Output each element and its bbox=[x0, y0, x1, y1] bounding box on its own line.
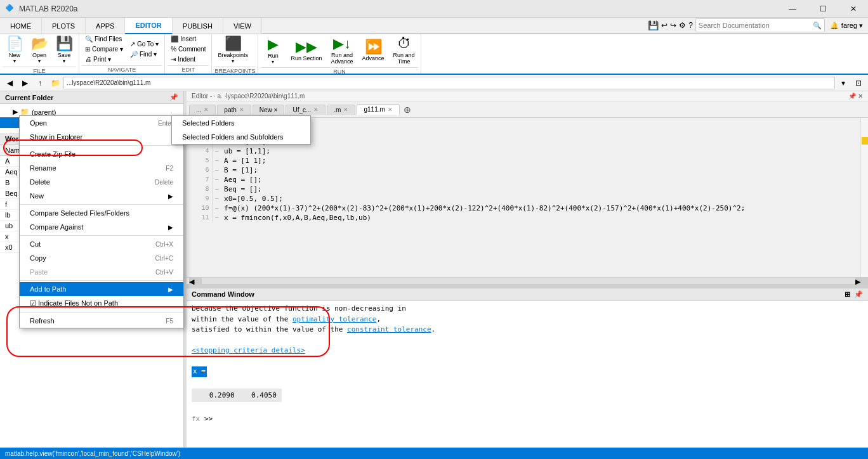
editor-scrollbar[interactable] bbox=[860, 118, 868, 277]
editor-tab-g111[interactable]: g111.m ✕ bbox=[357, 104, 399, 115]
save-button[interactable]: 💾 Save ▾ bbox=[52, 34, 76, 65]
ctx-cut[interactable]: Cut Ctrl+X bbox=[20, 237, 183, 251]
ctx-open[interactable]: Open Enter bbox=[20, 116, 183, 130]
comment-button[interactable]: % Comment bbox=[168, 44, 209, 54]
ctx-compare-against[interactable]: Compare Against ▶ bbox=[20, 220, 183, 234]
breakpoints-button[interactable]: ⬛ Breakpoints ▾ bbox=[214, 34, 251, 65]
line-dash: − bbox=[212, 204, 221, 213]
nav-icon[interactable]: 📁 bbox=[48, 77, 62, 89]
cmd-expand-icon[interactable]: ⊞ bbox=[845, 290, 850, 299]
search-input[interactable] bbox=[699, 22, 813, 29]
ctx-add-to-path[interactable]: Add to Path ▶ bbox=[20, 282, 183, 296]
find-files-button[interactable]: 🔍 Find Files bbox=[82, 34, 126, 44]
app-icon: 🔷 bbox=[5, 4, 15, 14]
line-code[interactable]: Beq = []; bbox=[221, 184, 867, 194]
line-code[interactable]: B = [1]; bbox=[221, 165, 867, 175]
line-code[interactable]: x0=[0.5, 0.5]; bbox=[221, 194, 867, 204]
run-advance-button[interactable]: ▶↓ Run and Advance bbox=[328, 34, 357, 66]
folder-pin-icon[interactable]: 📌 bbox=[169, 93, 178, 101]
goto-button[interactable]: ↗ Go To ▾ bbox=[127, 39, 162, 49]
hscroll-left[interactable]: ◀ bbox=[189, 278, 202, 284]
compare-button[interactable]: ⊞ Compare ▾ bbox=[82, 44, 126, 54]
tab-view[interactable]: VIEW bbox=[223, 18, 262, 34]
line-code[interactable]: clear; bbox=[221, 118, 867, 127]
stopping-criteria-link[interactable]: <stopping criteria details> bbox=[192, 346, 305, 354]
line-code[interactable]: lb = [0,0]; bbox=[221, 137, 867, 146]
ctx-refresh[interactable]: Refresh F5 bbox=[20, 314, 183, 328]
tab-publish[interactable]: PUBLISH bbox=[173, 18, 223, 34]
close-button[interactable]: ✕ bbox=[839, 0, 868, 18]
constraint-tolerance-link[interactable]: constraint tolerance bbox=[347, 325, 431, 333]
ctx-delete[interactable]: Delete Delete bbox=[20, 175, 183, 189]
advance-button[interactable]: ⏩ Advance bbox=[359, 37, 388, 63]
bell-icon[interactable]: 🔔 bbox=[830, 22, 839, 30]
line-code[interactable]: Aeq = []; bbox=[221, 175, 867, 184]
optimality-tolerance-link[interactable]: optimality tolerance bbox=[293, 315, 376, 323]
ctx-rename[interactable]: Rename F2 bbox=[20, 161, 183, 175]
editor-tab-ufc[interactable]: Uf_c... ✕ bbox=[286, 105, 326, 115]
command-content[interactable]: because the objective function is non-de… bbox=[187, 301, 868, 448]
maximize-button[interactable]: ☐ bbox=[808, 0, 838, 18]
ctx-indicate-files[interactable]: ☑ Indicate Files Not on Path bbox=[20, 296, 183, 311]
run-time-button[interactable]: ⏱ Run and Time bbox=[390, 34, 418, 66]
user-label[interactable]: fareg ▾ bbox=[841, 22, 863, 30]
line-number: 6 bbox=[187, 165, 212, 175]
run-button[interactable]: ▶ Run ▾ bbox=[261, 35, 285, 66]
nav-expand[interactable]: ⊡ bbox=[852, 77, 865, 89]
line-code[interactable]: clc; bbox=[221, 127, 867, 137]
line-code[interactable]: f=@(x) (200*x(1)-37)^2+(200*x(2)-83)^2+(… bbox=[221, 204, 867, 213]
run-icon: ▶ bbox=[268, 36, 279, 53]
prompt-arrows: >> bbox=[204, 415, 213, 423]
undo-icon[interactable]: ↩ bbox=[661, 21, 667, 30]
nav-toolbar: ◀ ▶ ↑ 📁 ...lyspace\R2020a\bin\g111.m ▾ ⊡ bbox=[0, 75, 868, 91]
new-button[interactable]: 📄 New ▾ bbox=[3, 34, 27, 65]
nav-dropdown[interactable]: ▾ bbox=[836, 77, 850, 89]
close-tab-g111[interactable]: ✕ bbox=[388, 107, 393, 113]
hscroll-track[interactable] bbox=[202, 278, 855, 284]
ctx-create-zip[interactable]: Create Zip File bbox=[20, 147, 183, 161]
editor-tab-path[interactable]: path ✕ bbox=[217, 105, 251, 115]
find-button[interactable]: 🔎 Find ▾ bbox=[127, 49, 162, 59]
editor-tab-1[interactable]: ... ✕ bbox=[189, 105, 216, 115]
print-button[interactable]: 🖨 Print ▾ bbox=[82, 55, 126, 64]
redo-icon[interactable]: ↪ bbox=[670, 21, 676, 30]
tab-plots[interactable]: PLOTS bbox=[42, 18, 86, 34]
ctx-copy[interactable]: Copy Ctrl+C bbox=[20, 251, 183, 265]
line-code[interactable]: x = fmincon(f,x0,A,B,Aeq,Beq,lb,ub) bbox=[221, 213, 867, 223]
tab-home[interactable]: HOME bbox=[0, 18, 42, 34]
tab-editor[interactable]: EDITOR bbox=[125, 18, 172, 34]
up-button[interactable]: ↑ bbox=[33, 77, 47, 89]
save-icon[interactable]: 💾 bbox=[648, 20, 659, 30]
hscroll-right[interactable]: ▶ bbox=[855, 278, 868, 284]
cmd-pin-icon[interactable]: 📌 bbox=[854, 290, 863, 299]
line-code[interactable]: ub = [1,1]; bbox=[221, 146, 867, 156]
ctx-show-explorer[interactable]: Show in Explorer bbox=[20, 130, 183, 144]
add-tab-button[interactable]: ⊕ bbox=[401, 105, 414, 115]
insert-button[interactable]: ⬛ Insert bbox=[168, 34, 209, 44]
nav-path[interactable]: ...lyspace\R2020a\bin\g111.m bbox=[63, 77, 835, 89]
indent-button[interactable]: ⇥ Indent bbox=[168, 55, 209, 64]
editor-pin-icon[interactable]: 📌 ✕ bbox=[848, 93, 863, 100]
submenu-selected-folders-subfolders[interactable]: Selected Folders and Subfolders bbox=[172, 130, 310, 144]
run-section-button[interactable]: ▶▶ Run Section bbox=[287, 37, 325, 63]
ctx-new[interactable]: New ▶ bbox=[20, 189, 183, 203]
open-button[interactable]: 📂 Open ▾ bbox=[27, 34, 51, 65]
back-button[interactable]: ◀ bbox=[3, 77, 16, 89]
minimize-button[interactable]: — bbox=[778, 0, 807, 18]
editor-hscrollbar[interactable]: ◀ ▶ bbox=[187, 277, 868, 285]
line-code[interactable]: A = [1 1]; bbox=[221, 156, 867, 165]
close-tab-m[interactable]: ✕ bbox=[343, 107, 348, 113]
settings-icon[interactable]: ⚙ bbox=[679, 21, 686, 30]
submenu-selected-folders[interactable]: Selected Folders bbox=[172, 116, 310, 130]
editor-tab-m[interactable]: .m ✕ bbox=[327, 105, 355, 115]
help-icon[interactable]: ? bbox=[688, 21, 693, 30]
close-tab-ufc[interactable]: ✕ bbox=[313, 107, 319, 113]
editor-tab-new[interactable]: New × bbox=[253, 105, 285, 115]
ctx-compare-selected[interactable]: Compare Selected Files/Folders bbox=[20, 206, 183, 220]
close-tab-path[interactable]: ✕ bbox=[239, 107, 244, 113]
line-number: 11 bbox=[187, 213, 212, 223]
close-tab-1[interactable]: ✕ bbox=[204, 107, 209, 113]
forward-button[interactable]: ▶ bbox=[18, 77, 32, 89]
ctx-paste[interactable]: Paste Ctrl+V bbox=[20, 265, 183, 279]
tab-apps[interactable]: APPS bbox=[86, 18, 125, 34]
